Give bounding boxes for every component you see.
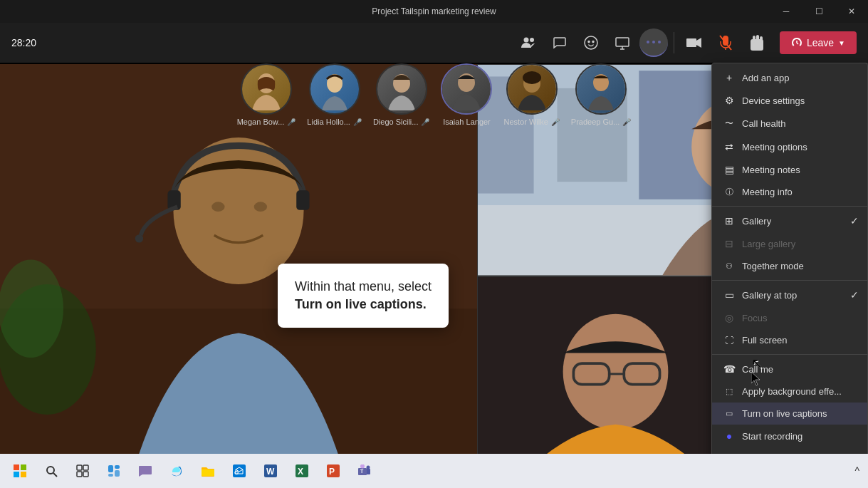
share-button[interactable] [608, 28, 637, 57]
window-controls: ─ ☐ ✕ [770, 0, 868, 23]
menu-focus: ◎ Focus [712, 306, 867, 329]
mic-button[interactable] [711, 28, 740, 57]
participant-name-nestor: Nestor Wilke 🎤 [503, 118, 559, 126]
menu-divider-2 [712, 280, 867, 281]
menu-add-app-label: Add an app [742, 73, 790, 83]
avatar-isaiah [441, 63, 492, 115]
taskbar-search[interactable] [37, 457, 66, 485]
menu-device-settings[interactable]: ⚙ Device settings [712, 89, 867, 112]
camera-button[interactable] [680, 28, 708, 57]
svg-text:P: P [329, 467, 335, 477]
taskbar-taskview[interactable] [68, 457, 97, 485]
taskbar-start[interactable] [6, 457, 34, 485]
svg-text:T: T [360, 469, 364, 474]
large-gallery-icon: ⊟ [723, 238, 735, 249]
background-icon: ⬚ [723, 387, 735, 396]
participant-name-pradeep: Pradeep Gu... 🎤 [571, 118, 632, 126]
participant-pradeep[interactable]: Pradeep Gu... 🎤 [571, 63, 632, 126]
gallery-top-check: ✓ [850, 289, 859, 301]
menu-background[interactable]: ⬚ Apply background effe... [712, 380, 867, 403]
taskbar-excel[interactable]: X [288, 457, 316, 485]
menu-focus-label: Focus [742, 313, 767, 323]
svg-rect-52 [21, 472, 26, 477]
menu-gallery[interactable]: ⊞ Gallery ✓ [712, 209, 867, 232]
menu-gallery-at-top[interactable]: ▭ Gallery at top ✓ [712, 284, 867, 306]
taskbar-outlook[interactable]: O [225, 457, 253, 485]
taskbar-teams[interactable]: T [350, 457, 379, 485]
menu-meeting-info[interactable]: ⓘ Meeting info [712, 181, 867, 203]
together-mode-icon: ⚇ [723, 261, 735, 271]
gallery-icon: ⊞ [723, 215, 735, 227]
participant-name-diego: Diego Sicili... 🎤 [373, 118, 430, 126]
menu-together-mode-label: Together mode [742, 261, 804, 271]
svg-point-0 [523, 38, 528, 43]
leave-label: Leave [807, 37, 834, 48]
participant-diego[interactable]: Diego Sicili... 🎤 [373, 63, 430, 126]
taskbar-tray-chevron[interactable]: ^ [854, 465, 859, 477]
add-app-icon: + [723, 72, 735, 83]
taskbar-explorer[interactable] [194, 457, 222, 485]
participant-isaiah[interactable]: Isaiah Langer [441, 63, 492, 126]
more-options-button[interactable] [639, 28, 668, 57]
maximize-button[interactable]: ☐ [802, 0, 835, 23]
menu-meeting-options-label: Meeting options [742, 142, 807, 152]
svg-rect-61 [115, 470, 120, 477]
meeting-options-icon: ⇄ [723, 141, 735, 152]
svg-rect-13 [756, 35, 759, 41]
menu-large-gallery: ⊟ Large gallery [712, 232, 867, 255]
avatar-lidia [309, 63, 360, 115]
close-button[interactable]: ✕ [835, 0, 868, 23]
focus-icon: ◎ [723, 312, 735, 323]
menu-gallery-top-label: Gallery at top [742, 290, 797, 301]
participant-nestor[interactable]: Nestor Wilke 🎤 [503, 63, 559, 126]
leave-button[interactable]: Leave ▼ [780, 31, 857, 54]
menu-meeting-options[interactable]: ⇄ Meeting options [712, 135, 867, 158]
menu-large-gallery-label: Large gallery [742, 239, 795, 249]
svg-point-31 [254, 202, 267, 212]
raise-hand-button[interactable] [743, 28, 771, 57]
menu-meeting-notes[interactable]: ▤ Meeting notes [712, 158, 867, 181]
avatar-pradeep [575, 63, 627, 115]
menu-fullscreen[interactable]: ⛶ Full screen [712, 329, 867, 351]
chat-button[interactable] [545, 28, 574, 57]
call-me-icon: ☎ [723, 363, 735, 375]
taskbar-widgets[interactable] [100, 457, 128, 485]
menu-call-me[interactable]: ☎ Call me [712, 358, 867, 380]
svg-point-20 [523, 71, 541, 84]
participant-lidia[interactable]: Lidia Hollo... 🎤 [307, 63, 362, 126]
svg-text:X: X [298, 467, 303, 477]
menu-meeting-info-label: Meeting info [742, 187, 793, 197]
participant-megan[interactable]: Megan Bow... 🎤 [237, 63, 296, 126]
recording-icon: ● [723, 430, 735, 442]
svg-rect-57 [77, 472, 82, 477]
menu-together-mode[interactable]: ⚇ Together mode [712, 255, 867, 277]
participants-button[interactable] [514, 28, 543, 57]
svg-text:W: W [266, 467, 275, 477]
svg-point-29 [135, 234, 143, 242]
participant-name-lidia: Lidia Hollo... 🎤 [307, 118, 362, 126]
taskbar-edge[interactable] [162, 457, 191, 485]
avatar-nestor [506, 63, 558, 115]
taskbar-word[interactable]: W [256, 457, 285, 485]
menu-live-captions[interactable]: ▭ Turn on live captions [712, 403, 867, 425]
title-bar: Project Tailspin marketing review ─ ☐ ✕ [0, 0, 868, 23]
taskbar-chat[interactable] [131, 457, 160, 485]
minimize-button[interactable]: ─ [770, 0, 802, 23]
menu-recording[interactable]: ● Start recording [712, 425, 867, 447]
svg-point-7 [652, 41, 655, 43]
svg-rect-60 [115, 465, 120, 469]
menu-add-app[interactable]: + Add an app [712, 66, 867, 89]
avatar-diego [376, 63, 427, 115]
menu-device-settings-label: Device settings [742, 95, 805, 106]
menu-call-me-label: Call me [742, 364, 773, 375]
menu-divider-3 [712, 354, 867, 355]
reactions-button[interactable] [577, 28, 605, 57]
toolbar-divider [674, 32, 674, 53]
device-settings-icon: ⚙ [723, 95, 735, 106]
menu-call-health[interactable]: 〜 Call health [712, 112, 867, 135]
svg-line-54 [53, 473, 57, 477]
leave-chevron: ▼ [838, 39, 845, 47]
taskbar-powerpoint[interactable]: P [319, 457, 347, 485]
svg-point-30 [211, 202, 224, 212]
toolbar-actions: Leave ▼ [514, 28, 857, 57]
